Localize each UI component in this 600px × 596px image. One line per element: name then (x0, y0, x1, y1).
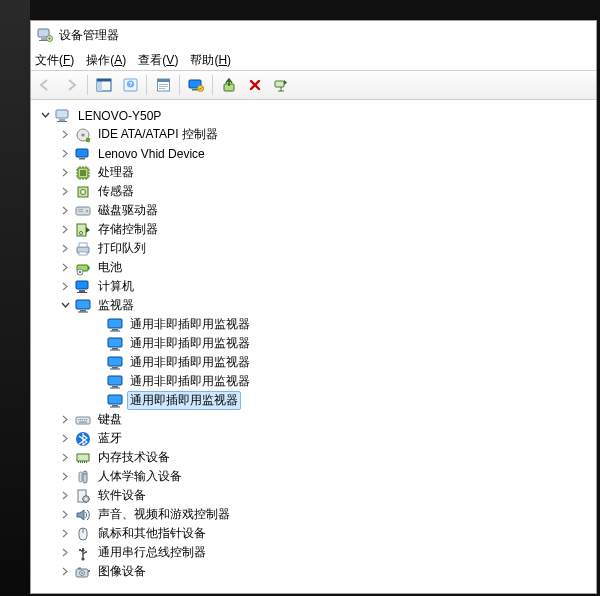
cat-computer[interactable]: 计算机 (35, 277, 592, 296)
toolbar-separator (179, 75, 180, 95)
cat-keyboard[interactable]: 键盘 (35, 410, 592, 429)
cat-mouse-pointer[interactable]: 鼠标和其他指针设备 (35, 524, 592, 543)
cat-sound-video-game[interactable]: 声音、视频和游戏控制器 (35, 505, 592, 524)
svg-point-82 (84, 473, 86, 475)
chevron-down-icon[interactable] (39, 110, 51, 122)
cat-bluetooth[interactable]: 蓝牙 (35, 429, 592, 448)
svg-rect-77 (82, 461, 83, 463)
toolbar: ? (31, 70, 596, 100)
cat-lenovo-vhid[interactable]: Lenovo Vhid Device (35, 144, 592, 163)
sound-icon (75, 507, 91, 523)
chevron-right-icon[interactable] (59, 414, 71, 426)
console-tree-button[interactable] (92, 73, 116, 97)
svg-rect-11 (157, 79, 169, 82)
monitor-item[interactable]: 通用非即插即用监视器 (35, 353, 592, 372)
monitor-icon (107, 336, 123, 352)
cat-print-queue[interactable]: 打印队列 (35, 239, 592, 258)
category-label: 计算机 (95, 277, 137, 296)
refresh-button[interactable] (184, 73, 208, 97)
category-label: 鼠标和其他指针设备 (95, 524, 209, 543)
cat-processor[interactable]: 处理器 (35, 163, 592, 182)
cat-imaging-device[interactable]: 图像设备 (35, 562, 592, 581)
cat-hid[interactable]: 人体学输入设备 (35, 467, 592, 486)
svg-rect-65 (110, 406, 120, 407)
chevron-right-icon[interactable] (59, 547, 71, 559)
category-label: Lenovo Vhid Device (95, 146, 208, 162)
category-label: 图像设备 (95, 562, 149, 581)
menu-file[interactable]: 文件(F) (35, 52, 74, 69)
chevron-right-icon[interactable] (59, 490, 71, 502)
svg-rect-67 (78, 419, 79, 420)
svg-rect-14 (159, 88, 165, 89)
svg-rect-61 (112, 386, 118, 388)
uninstall-button[interactable] (243, 73, 267, 97)
chevron-down-icon[interactable] (59, 300, 71, 312)
category-label: 磁盘驱动器 (95, 201, 161, 220)
svg-point-85 (85, 498, 87, 500)
chevron-right-icon[interactable] (59, 452, 71, 464)
forward-button[interactable] (59, 73, 83, 97)
svg-rect-53 (110, 330, 120, 331)
chevron-right-icon[interactable] (59, 129, 71, 141)
help-button[interactable]: ? (118, 73, 142, 97)
cat-ide-ata-atapi[interactable]: IDE ATA/ATAPI 控制器 (35, 125, 592, 144)
svg-rect-99 (78, 567, 81, 569)
chevron-right-icon[interactable] (59, 224, 71, 236)
tree-root[interactable]: LENOVO-Y50P (35, 106, 592, 125)
svg-rect-54 (108, 338, 122, 347)
cat-storage-controller[interactable]: 存储控制器 (35, 220, 592, 239)
menu-view[interactable]: 查看(V) (138, 52, 178, 69)
category-label: 电池 (95, 258, 125, 277)
svg-text:?: ? (128, 81, 132, 87)
category-label: 键盘 (95, 410, 125, 429)
properties-button[interactable] (151, 73, 175, 97)
menu-action[interactable]: 操作(A) (86, 52, 126, 69)
category-label: 存储控制器 (95, 220, 161, 239)
svg-rect-20 (56, 110, 68, 118)
monitor-item[interactable]: 通用非即插即用监视器 (35, 315, 592, 334)
cat-battery[interactable]: 电池 (35, 258, 592, 277)
chevron-right-icon[interactable] (59, 148, 71, 160)
chevron-right-icon[interactable] (59, 528, 71, 540)
imaging-icon (75, 564, 91, 580)
device-tree[interactable]: LENOVO-Y50P IDE ATA/ATAPI 控制器Lenovo Vhid… (31, 100, 596, 594)
svg-rect-26 (76, 149, 88, 157)
svg-rect-1 (41, 38, 46, 40)
menu-help[interactable]: 帮助(H) (190, 52, 231, 69)
update-driver-button[interactable] (217, 73, 241, 97)
chevron-right-icon[interactable] (59, 433, 71, 445)
chevron-right-icon[interactable] (59, 186, 71, 198)
cat-sensor[interactable]: 传感器 (35, 182, 592, 201)
monitor-item[interactable]: 通用即插即用监视器 (35, 391, 592, 410)
cpu-icon (75, 165, 91, 181)
cat-memory-tech[interactable]: 内存技术设备 (35, 448, 592, 467)
svg-rect-48 (76, 300, 90, 309)
monitor-item[interactable]: 通用非即插即用监视器 (35, 334, 592, 353)
svg-rect-96 (88, 570, 90, 572)
svg-rect-45 (76, 281, 88, 289)
chevron-right-icon[interactable] (59, 509, 71, 521)
svg-rect-68 (80, 419, 81, 420)
cat-monitor[interactable]: 监视器 (35, 296, 592, 315)
chevron-right-icon[interactable] (59, 243, 71, 255)
svg-point-33 (86, 210, 88, 212)
disable-button[interactable] (269, 73, 293, 97)
mouse-icon (75, 526, 91, 542)
tree-root-label: LENOVO-Y50P (75, 108, 164, 124)
back-button[interactable] (33, 73, 57, 97)
svg-rect-76 (80, 461, 81, 463)
chevron-right-icon[interactable] (59, 167, 71, 179)
svg-rect-27 (79, 158, 85, 160)
chevron-right-icon[interactable] (59, 262, 71, 274)
monitor-item[interactable]: 通用非即插即用监视器 (35, 372, 592, 391)
chevron-right-icon[interactable] (59, 566, 71, 578)
svg-rect-40 (79, 252, 87, 255)
cat-disk-drive[interactable]: 磁盘驱动器 (35, 201, 592, 220)
chevron-right-icon[interactable] (59, 281, 71, 293)
chevron-right-icon[interactable] (59, 471, 71, 483)
cat-software-device[interactable]: 软件设备 (35, 486, 592, 505)
chevron-right-icon[interactable] (59, 205, 71, 217)
cat-usb-controller[interactable]: 通用串行总线控制器 (35, 543, 592, 562)
svg-rect-35 (78, 211, 83, 212)
svg-point-37 (80, 231, 83, 234)
